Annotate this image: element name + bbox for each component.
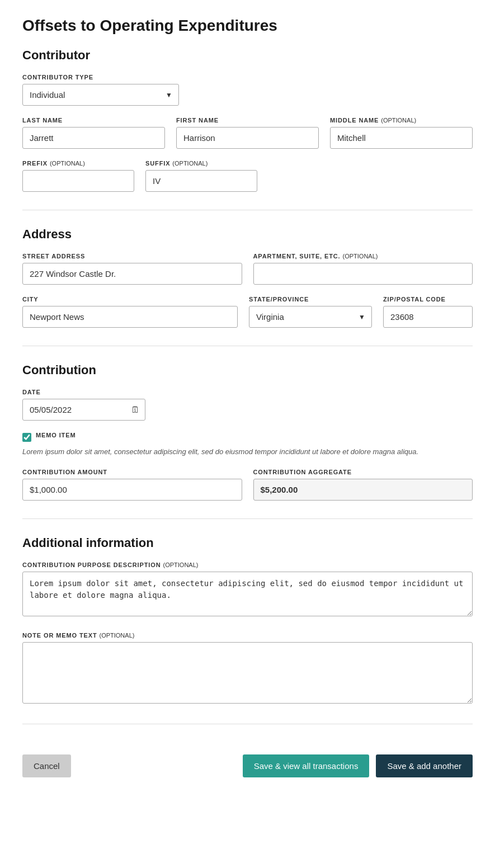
last-name-input[interactable] — [22, 127, 165, 149]
date-input-wrapper: 🗓 — [22, 399, 145, 421]
first-name-label: FIRST NAME — [176, 117, 319, 124]
first-name-field-group: FIRST NAME — [176, 117, 319, 149]
apt-field-group: APARTMENT, SUITE, ETC. (OPTIONAL) — [253, 253, 473, 285]
suffix-label: SUFFIX (OPTIONAL) — [145, 160, 257, 167]
middle-name-label: MIDDLE NAME (OPTIONAL) — [330, 117, 473, 124]
address-heading: Address — [22, 227, 473, 242]
city-label: CITY — [22, 296, 238, 303]
memo-item-group: MEMO ITEM Lorem ipsum dolor sit amet, co… — [22, 432, 473, 457]
memo-item-checkbox[interactable] — [22, 433, 31, 442]
aggregate-field-group: CONTRIBUTION AGGREGATE — [253, 469, 473, 501]
street-row: STREET ADDRESS APARTMENT, SUITE, ETC. (O… — [22, 253, 473, 285]
memo-item-text: Lorem ipsum dolor sit amet, consectetur … — [22, 446, 473, 457]
street-field-group: STREET ADDRESS — [22, 253, 242, 285]
save-add-button[interactable]: Save & add another — [376, 754, 473, 777]
contributor-type-select[interactable]: Individual Organization Committee — [22, 84, 179, 106]
prefix-suffix-row: PREFIX (OPTIONAL) SUFFIX (OPTIONAL) — [22, 160, 473, 192]
zip-label: ZIP/POSTAL CODE — [383, 296, 473, 303]
apt-input[interactable] — [253, 263, 473, 285]
address-divider — [22, 346, 473, 346]
prefix-field-group: PREFIX (OPTIONAL) — [22, 160, 134, 192]
city-state-zip-row: CITY STATE/PROVINCE Virginia Alabama Ala… — [22, 296, 473, 328]
state-select-wrapper: Virginia Alabama Alaska Arizona Californ… — [249, 306, 372, 328]
contributor-section: Contributor CONTRIBUTOR TYPE Individual … — [22, 48, 473, 192]
middle-name-input[interactable] — [330, 127, 473, 149]
footer-right-buttons: Save & view all transactions Save & add … — [243, 754, 473, 777]
cancel-button[interactable]: Cancel — [22, 754, 71, 777]
date-input[interactable] — [22, 399, 145, 421]
amount-aggregate-row: CONTRIBUTION AMOUNT CONTRIBUTION AGGREGA… — [22, 469, 473, 501]
amount-field-group: CONTRIBUTION AMOUNT — [22, 469, 242, 501]
middle-name-field-group: MIDDLE NAME (OPTIONAL) — [330, 117, 473, 149]
aggregate-label: CONTRIBUTION AGGREGATE — [253, 469, 473, 475]
suffix-field-group: SUFFIX (OPTIONAL) — [145, 160, 257, 192]
page-title: Offsets to Operating Expenditures — [22, 17, 473, 35]
footer: Cancel Save & view all transactions Save… — [22, 741, 473, 777]
street-input[interactable] — [22, 263, 242, 285]
memo-item-label: MEMO ITEM — [36, 432, 76, 438]
note-field-group: NOTE OR MEMO TEXT (OPTIONAL) — [22, 632, 473, 706]
footer-divider — [22, 724, 473, 724]
address-section: Address STREET ADDRESS APARTMENT, SUITE,… — [22, 227, 473, 328]
purpose-textarea[interactable]: Lorem ipsum dolor sit amet, consectetur … — [22, 572, 473, 616]
date-field-group: DATE 🗓 — [22, 389, 473, 421]
prefix-label: PREFIX (OPTIONAL) — [22, 160, 134, 167]
last-name-field-group: LAST NAME — [22, 117, 165, 149]
apt-label: APARTMENT, SUITE, ETC. (OPTIONAL) — [253, 253, 473, 260]
contributor-type-label: CONTRIBUTOR TYPE — [22, 74, 473, 81]
name-row: LAST NAME FIRST NAME MIDDLE NAME (OPTION… — [22, 117, 473, 149]
city-input[interactable] — [22, 306, 238, 328]
additional-section: Additional information CONTRIBUTION PURP… — [22, 536, 473, 706]
state-label: STATE/PROVINCE — [249, 296, 372, 303]
amount-input[interactable] — [22, 479, 242, 501]
aggregate-input[interactable] — [253, 479, 473, 501]
purpose-label: CONTRIBUTION PURPOSE DESCRIPTION (OPTION… — [22, 562, 473, 568]
memo-item-row: MEMO ITEM — [22, 432, 473, 442]
contributor-type-wrapper: Individual Organization Committee ▼ — [22, 84, 179, 106]
contributor-divider — [22, 210, 473, 210]
suffix-input[interactable] — [145, 170, 257, 192]
additional-heading: Additional information — [22, 536, 473, 550]
city-field-group: CITY — [22, 296, 238, 328]
zip-input[interactable] — [383, 306, 473, 328]
state-field-group: STATE/PROVINCE Virginia Alabama Alaska A… — [249, 296, 372, 328]
contributor-heading: Contributor — [22, 48, 473, 63]
purpose-field-group: CONTRIBUTION PURPOSE DESCRIPTION (OPTION… — [22, 562, 473, 619]
contribution-section: Contribution DATE 🗓 MEMO ITEM Lorem ipsu… — [22, 363, 473, 501]
date-label: DATE — [22, 389, 473, 395]
note-textarea[interactable] — [22, 642, 473, 704]
contribution-divider — [22, 518, 473, 519]
amount-label: CONTRIBUTION AMOUNT — [22, 469, 242, 475]
street-label: STREET ADDRESS — [22, 253, 242, 260]
state-select[interactable]: Virginia Alabama Alaska Arizona Californ… — [249, 306, 372, 328]
first-name-input[interactable] — [176, 127, 319, 149]
zip-field-group: ZIP/POSTAL CODE — [383, 296, 473, 328]
prefix-input[interactable] — [22, 170, 134, 192]
save-view-button[interactable]: Save & view all transactions — [243, 754, 370, 777]
contribution-heading: Contribution — [22, 363, 473, 378]
last-name-label: LAST NAME — [22, 117, 165, 124]
note-label: NOTE OR MEMO TEXT (OPTIONAL) — [22, 632, 473, 639]
